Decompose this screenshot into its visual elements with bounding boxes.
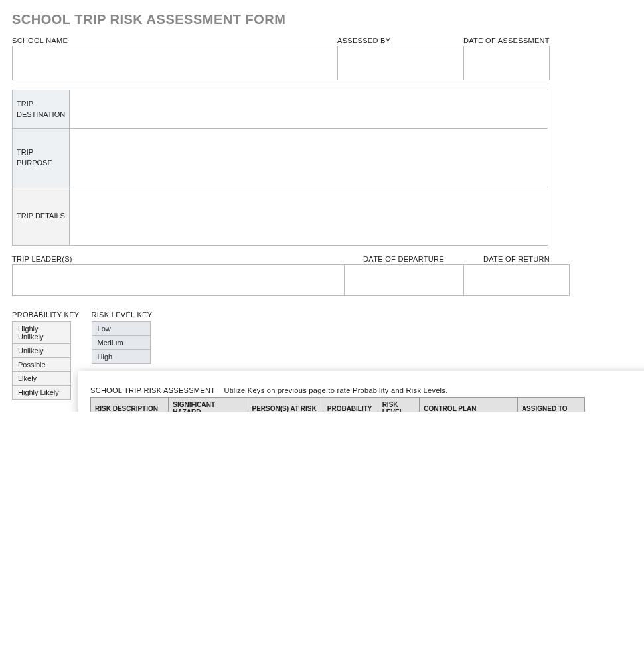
risk-key-table: Low Medium High bbox=[92, 321, 151, 364]
risk-heading-note: Utilize Keys on previous page to rate Pr… bbox=[224, 386, 447, 394]
col-assigned-to: ASSIGNED TO bbox=[517, 398, 584, 412]
input-assessed-by[interactable] bbox=[337, 46, 463, 80]
input-trip-details[interactable] bbox=[70, 187, 548, 246]
prob-key-item: Possible bbox=[13, 358, 71, 372]
col-significant-hazard: SIGNIFICANT HAZARD bbox=[169, 398, 248, 412]
label-assessed-by: ASSESSED BY bbox=[337, 37, 463, 44]
input-date-assessment[interactable] bbox=[463, 46, 550, 80]
label-trip-details: TRIP DETAILS bbox=[13, 187, 70, 246]
label-date-assessment: DATE OF ASSESSMENT bbox=[463, 37, 550, 44]
risk-key-item: Medium bbox=[92, 336, 150, 350]
label-trip-leaders: TRIP LEADER(S) bbox=[12, 255, 344, 263]
col-probability: PROBABILITY bbox=[323, 398, 378, 412]
risk-key-item: Low bbox=[92, 322, 150, 336]
risk-key-item: High bbox=[92, 350, 150, 364]
risk-heading-text: SCHOOL TRIP RISK ASSESSMENT bbox=[90, 386, 215, 394]
input-trip-destination[interactable] bbox=[70, 90, 548, 129]
risk-assessment-card: SCHOOL TRIP RISK ASSESSMENT Utilize Keys… bbox=[78, 371, 644, 412]
input-date-departure[interactable] bbox=[344, 264, 463, 296]
label-date-return: DATE OF RETURN bbox=[463, 255, 570, 263]
col-risk-level: RISK LEVEL bbox=[378, 398, 420, 412]
label-trip-destination: TRIP DESTINATION bbox=[13, 90, 70, 129]
input-trip-leaders[interactable] bbox=[12, 264, 344, 296]
input-trip-purpose[interactable] bbox=[70, 129, 548, 187]
prob-key-item: Likely bbox=[13, 372, 71, 386]
prob-key-item: Highly Likely bbox=[13, 386, 71, 400]
label-school-name: SCHOOL NAME bbox=[12, 37, 337, 44]
label-trip-purpose: TRIP PURPOSE bbox=[13, 129, 70, 187]
form-title: SCHOOL TRIP RISK ASSESSMENT FORM bbox=[12, 12, 632, 27]
input-date-return[interactable] bbox=[463, 264, 570, 296]
leaders-row: TRIP LEADER(S) DATE OF DEPARTURE DATE OF… bbox=[12, 255, 632, 296]
prob-key-item: Highly Unlikely bbox=[13, 322, 71, 344]
label-probability-key: PROBABILITY KEY bbox=[12, 311, 80, 319]
header-row: SCHOOL NAME ASSESSED BY DATE OF ASSESSME… bbox=[12, 37, 632, 80]
col-risk-description: RISK DESCRIPTION bbox=[91, 398, 169, 412]
trip-info-table: TRIP DESTINATION TRIP PURPOSE TRIP DETAI… bbox=[12, 90, 548, 246]
probability-key-table: Highly Unlikely Unlikely Possible Likely… bbox=[12, 321, 71, 400]
input-school-name[interactable] bbox=[12, 46, 337, 80]
risk-table: RISK DESCRIPTION SIGNIFICANT HAZARD PERS… bbox=[90, 397, 585, 412]
prob-key-item: Unlikely bbox=[13, 344, 71, 358]
label-date-departure: DATE OF DEPARTURE bbox=[344, 255, 463, 263]
label-risk-key: RISK LEVEL KEY bbox=[92, 311, 153, 319]
col-persons-at-risk: PERSON(S) AT RISK bbox=[248, 398, 323, 412]
risk-assessment-heading: SCHOOL TRIP RISK ASSESSMENT Utilize Keys… bbox=[90, 386, 643, 394]
col-control-plan: CONTROL PLAN bbox=[420, 398, 518, 412]
